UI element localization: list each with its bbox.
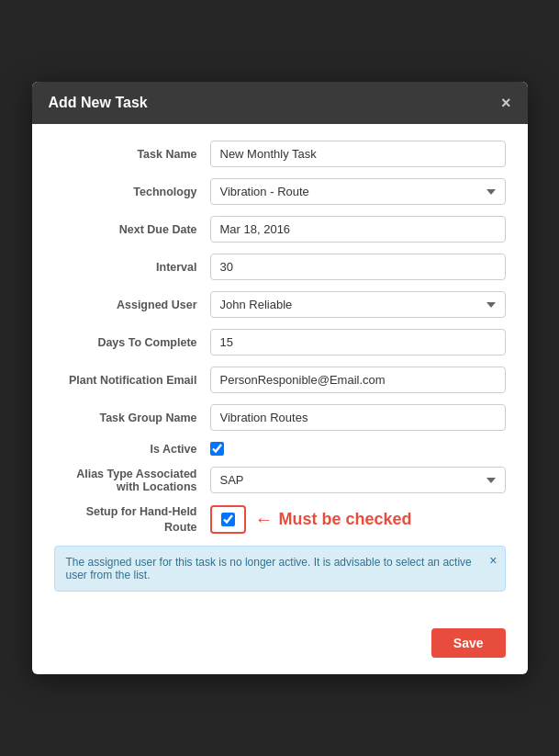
alias-type-row: Alias Type Associated with Locations SAP [54,467,506,493]
next-due-date-input[interactable] [210,216,506,243]
setup-handheld-highlight [210,505,246,534]
task-name-label: Task Name [54,148,210,161]
technology-label: Technology [54,186,210,198]
next-due-date-row: Next Due Date [54,216,506,243]
interval-row: Interval [54,254,506,280]
alias-type-select[interactable]: SAP [210,467,506,493]
overlay: Add New Task × Task Name Technology Vibr… [0,0,559,756]
modal-footer: Save [32,621,528,674]
technology-select[interactable]: Vibration - Route [210,178,506,205]
interval-label: Interval [54,261,210,274]
setup-handheld-label: Setup for Hand-Held Route [54,504,210,535]
days-to-complete-label: Days To Complete [54,336,210,349]
alert-close-button[interactable]: × [489,554,497,567]
days-to-complete-row: Days To Complete [54,329,506,355]
alert-message-text: The assigned user for this task is no lo… [66,556,472,581]
modal-close-button[interactable]: × [501,95,511,111]
next-due-date-label: Next Due Date [54,223,210,236]
plant-notification-email-label: Plant Notification Email [54,374,210,387]
arrow-icon: ← [255,509,274,530]
plant-notification-email-input[interactable] [210,367,506,393]
setup-handheld-row: Setup for Hand-Held Route ← Must be chec… [54,504,506,535]
save-button[interactable]: Save [431,628,506,658]
task-group-name-row: Task Group Name [54,404,506,431]
assigned-user-select[interactable]: John Reliable [210,291,506,318]
alias-type-label: Alias Type Associated with Locations [54,468,210,493]
assigned-user-row: Assigned User John Reliable [54,291,506,318]
task-name-row: Task Name [54,141,506,167]
modal-body: Task Name Technology Vibration - Route N… [32,124,528,621]
must-be-checked-note: ← Must be checked [255,509,412,530]
days-to-complete-input[interactable] [210,329,506,355]
task-name-input[interactable] [210,141,506,167]
modal-dialog: Add New Task × Task Name Technology Vibr… [32,82,528,674]
task-group-name-label: Task Group Name [54,412,210,424]
modal-header: Add New Task × [32,82,528,124]
is-active-row: Is Active [54,442,506,456]
technology-row: Technology Vibration - Route [54,178,506,205]
setup-handheld-checkbox[interactable] [221,513,235,526]
setup-handheld-side: ← Must be checked [210,505,412,534]
plant-notification-email-row: Plant Notification Email [54,367,506,393]
alert-info-box: The assigned user for this task is no lo… [54,546,506,592]
is-active-checkbox[interactable] [210,442,224,456]
task-group-name-input[interactable] [210,404,506,431]
assigned-user-label: Assigned User [54,299,210,311]
modal-title: Add New Task [49,95,148,111]
interval-input[interactable] [210,254,506,280]
must-be-checked-text: Must be checked [279,510,412,529]
is-active-label: Is Active [54,443,210,456]
